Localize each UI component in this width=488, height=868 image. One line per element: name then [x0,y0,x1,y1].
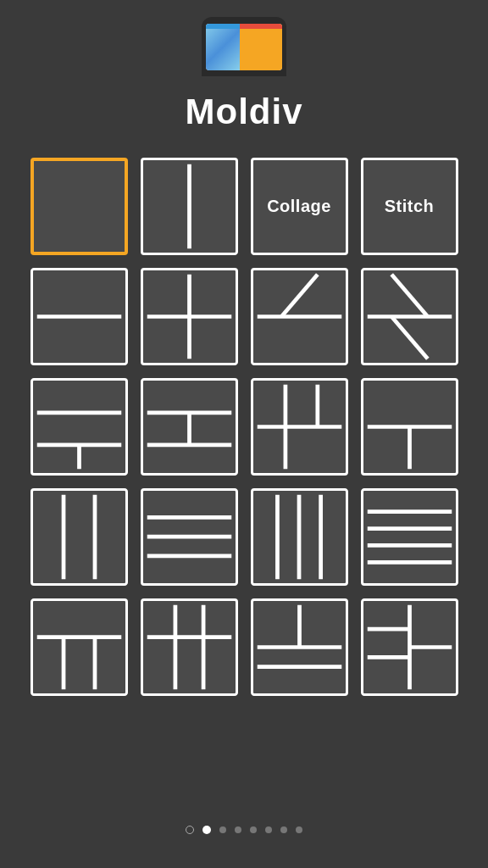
svg-line-8 [391,317,428,359]
pagination-dots [186,826,302,843]
layout-item-complex2[interactable] [251,378,348,476]
layout-item-top-three[interactable] [30,598,128,696]
layout-item-four-row[interactable] [141,488,238,586]
dot-3[interactable] [235,826,241,833]
app-title: Moldiv [186,92,303,132]
dot-0[interactable] [186,826,194,834]
dot-7[interactable] [296,826,302,833]
dot-2[interactable] [219,826,226,833]
layout-item-five-row[interactable] [361,488,458,586]
layout-item-complex3[interactable] [141,598,238,696]
layout-item-diagonal-right[interactable] [361,268,458,365]
dot-1[interactable] [202,826,211,834]
dot-4[interactable] [250,826,257,833]
svg-line-5 [281,275,318,317]
layout-grid: Collage Stitch [15,158,474,696]
layout-item-single[interactable] [30,158,128,255]
svg-line-7 [391,275,428,317]
layout-item-stitch[interactable]: Stitch [361,158,458,255]
layout-item-complex4[interactable] [251,598,348,696]
layout-item-top-bottom-split[interactable] [30,378,128,476]
layout-item-three-col-uneven[interactable] [361,378,458,476]
layout-item-four-grid[interactable] [141,268,238,365]
layout-item-two-row[interactable] [30,268,128,365]
layout-item-two-col[interactable] [141,158,238,255]
layout-item-complex5[interactable] [361,598,458,696]
dot-5[interactable] [265,826,272,833]
app-icon [202,17,286,76]
layout-item-diagonal-left[interactable] [251,268,348,365]
layout-item-complex1[interactable] [141,378,238,476]
app-icon-area [202,8,286,76]
layout-item-collage[interactable]: Collage [251,158,348,255]
layout-item-three-col[interactable] [30,488,128,586]
dot-6[interactable] [280,826,287,833]
layout-item-four-col[interactable] [251,488,348,586]
